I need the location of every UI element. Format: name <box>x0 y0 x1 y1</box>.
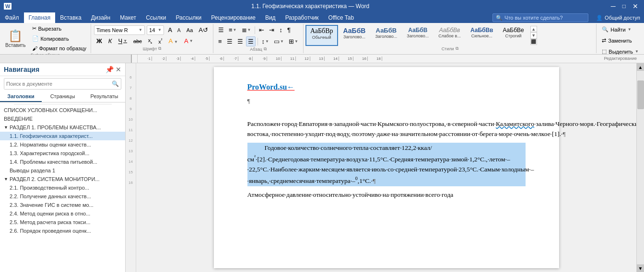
select-dropdown-arrow[interactable]: ▼ <box>635 49 639 54</box>
nav-item-s2-2[interactable]: 2.2. Получение данных качеств... <box>0 192 125 201</box>
borders-button[interactable]: ⊞ ▼ <box>287 36 300 46</box>
replace-button[interactable]: ⇄ Заменить <box>599 36 641 45</box>
tab-headings[interactable]: Заголовки <box>0 91 42 102</box>
style-strict[interactable]: АаБбВе Строгий <box>498 25 528 46</box>
font-color-button[interactable]: A ▼ <box>182 36 196 46</box>
nav-item-section1[interactable]: ▼ РАЗДЕЛ 1. ПРОБЛЕМЫ КАЧЕСТВА... <box>0 123 125 132</box>
style-normal[interactable]: АаБбВр Обычный <box>305 25 338 46</box>
nav-search-icon[interactable]: 🔍 <box>110 79 121 88</box>
font-name-dropdown-arrow[interactable]: ▼ <box>139 28 142 32</box>
nav-item-s1-conc[interactable]: Выводы раздела 1 <box>0 166 125 175</box>
text-highlight-button[interactable]: A ▼ <box>166 36 180 46</box>
borders-dropdown-arrow[interactable]: ▼ <box>294 39 298 44</box>
vertical-scrollbar[interactable]: ▲ ▼ <box>636 63 644 272</box>
numbering-dropdown-arrow[interactable]: ▼ <box>233 28 237 32</box>
italic-button[interactable]: К <box>106 36 115 46</box>
highlight-dropdown-arrow[interactable]: ▼ <box>174 40 178 44</box>
nav-close-button[interactable]: ✕ <box>116 66 121 73</box>
shading-button[interactable]: ▭ ▼ <box>272 36 286 46</box>
cut-button[interactable]: ✂ Вырезать <box>30 24 89 33</box>
paragraph-1[interactable]: Расположен·город·Евпатория·в·западной·ча… <box>247 109 526 139</box>
font-expand-icon[interactable]: ⧉ <box>158 46 161 51</box>
strikethrough-button[interactable]: abc <box>131 37 144 45</box>
menu-item-home[interactable]: Главная <box>24 12 56 23</box>
underline-button[interactable]: Ч ▼ <box>116 36 129 46</box>
menu-item-mailings[interactable]: Рассылки <box>171 12 206 23</box>
show-marks-button[interactable]: ¶ <box>285 25 293 35</box>
menu-item-view[interactable]: Вид <box>260 12 281 23</box>
paste-button[interactable]: 📋 Вставить <box>2 28 29 49</box>
scroll-thumb[interactable] <box>637 80 644 109</box>
nav-item-s1-4[interactable]: 1.4. Проблемы качества питьевой... <box>0 158 125 166</box>
subscript-button[interactable]: х₂ <box>146 36 155 46</box>
nav-item-s2-4[interactable]: 2.4. Метод оценки риска в отно... <box>0 209 125 218</box>
menu-item-officetab[interactable]: Office Tab <box>324 12 359 23</box>
line-spacing-button[interactable]: ↕ ▼ <box>260 36 271 46</box>
style-heading3[interactable]: АаБбВ Заголово... <box>402 25 433 46</box>
find-button[interactable]: 🔍 Найти ▼ <box>599 25 641 34</box>
nav-item-s2-1[interactable]: 2.1. Производственный контро... <box>0 183 125 192</box>
align-right-button[interactable]: ☰ <box>235 36 245 46</box>
shading-dropdown-arrow[interactable]: ▼ <box>280 39 284 44</box>
scroll-up-button[interactable]: ▲ <box>637 63 644 71</box>
font-name-select[interactable]: Times New R ▼ <box>94 25 145 35</box>
share-button[interactable]: 👤 Общий доступ <box>592 15 644 21</box>
menu-item-references[interactable]: Ссылки <box>141 12 171 23</box>
maximize-btn[interactable]: □ <box>621 3 628 10</box>
paragraph-expand-icon[interactable]: ⧉ <box>264 46 267 52</box>
justify-button[interactable]: ☰ <box>246 36 256 46</box>
nav-item-list-abbr[interactable]: СПИСОК УСЛОВНЫХ СОКРАЩЕНИ... <box>0 106 125 114</box>
multilevel-list-button[interactable]: ≣ ▼ <box>240 25 253 35</box>
nav-search-box[interactable]: 🔍 <box>4 78 121 90</box>
font-grow-button[interactable]: А <box>166 25 174 35</box>
style-subtle[interactable]: АаБбВв Слабое в... <box>434 25 465 46</box>
styles-expand[interactable]: ⬛ <box>530 39 537 45</box>
align-center-button[interactable]: ☰ <box>225 36 234 46</box>
scroll-down-button[interactable]: ▼ <box>637 264 644 272</box>
change-case-button[interactable]: Аа <box>185 26 195 34</box>
sort-button[interactable]: ↕ <box>277 25 284 35</box>
styles-scroll-up[interactable]: ▲ <box>530 26 537 32</box>
menu-item-insert[interactable]: Вставка <box>55 12 86 23</box>
multilevel-dropdown-arrow[interactable]: ▼ <box>247 28 251 32</box>
scroll-track[interactable] <box>637 71 644 264</box>
menu-item-design[interactable]: Дизайн <box>86 12 115 23</box>
paragraph-2-selected[interactable]: Годовое·количество·солнечного·тепла·сост… <box>247 143 526 186</box>
numbering-button[interactable]: ≡ ▼ <box>227 25 239 35</box>
minimize-btn[interactable]: ─ <box>609 2 618 10</box>
increase-indent-button[interactable]: ⇥ <box>267 25 276 35</box>
style-heading1[interactable]: АаБбВ Заголово... <box>339 25 370 46</box>
superscript-button[interactable]: х² <box>156 36 164 46</box>
format-painter-button[interactable]: 🖌 Формат по образцу <box>30 44 89 53</box>
nav-item-section2[interactable]: ▼ РАЗДЕЛ 2. СИСТЕМА МОНИТОРИ... <box>0 175 125 183</box>
nav-search-input[interactable] <box>4 79 110 89</box>
align-left-button[interactable]: ≡ <box>216 36 224 46</box>
bold-button[interactable]: Ж <box>94 36 105 46</box>
tab-results[interactable]: Результаты <box>83 91 125 102</box>
copy-button[interactable]: 📄 Копировать <box>30 34 89 43</box>
menu-item-layout[interactable]: Макет <box>115 12 141 23</box>
font-size-dropdown-arrow[interactable]: ▼ <box>158 28 162 32</box>
bullets-button[interactable]: ☰ <box>216 25 226 35</box>
nav-item-s1-2[interactable]: 1.2. Нормативы оценки качеств... <box>0 140 125 149</box>
nav-pin-button[interactable]: 📌 <box>105 66 114 73</box>
nav-item-intro[interactable]: ВВЕДЕНИЕ <box>0 114 125 123</box>
style-heading2[interactable]: АаБбВ Заголово... <box>371 25 401 46</box>
document-area[interactable]: ProWord.su← ¶ Расположен·город·Евпатория… <box>136 63 636 272</box>
find-dropdown-arrow[interactable]: ▼ <box>628 27 632 32</box>
style-strong[interactable]: АаБбВв Сильное... <box>466 25 498 46</box>
nav-item-s1-1[interactable]: 1.1. Геофизическая характерист... <box>0 132 125 140</box>
tab-pages[interactable]: Страницы <box>42 91 83 102</box>
decrease-indent-button[interactable]: ⇤ <box>257 25 266 35</box>
font-size-select[interactable]: 14 ▼ <box>147 25 164 35</box>
font-shrink-button[interactable]: А <box>175 26 182 34</box>
close-btn[interactable]: ✕ <box>631 2 640 10</box>
menu-item-review[interactable]: Рецензирование <box>206 12 260 23</box>
clear-format-button[interactable]: A↺ <box>197 25 210 35</box>
paragraph-3[interactable]: Атмосферное·давление·относительно·устойч… <box>247 190 526 200</box>
menu-item-developer[interactable]: Разработчик <box>281 12 324 23</box>
nav-item-s1-3[interactable]: 1.3. Характеристика городской... <box>0 149 125 158</box>
styles-scroll-down[interactable]: ▼ <box>530 32 537 38</box>
nav-item-s2-5[interactable]: 2.5. Метод расчета риска токси... <box>0 218 125 227</box>
line-spacing-dropdown-arrow[interactable]: ▼ <box>265 39 269 44</box>
